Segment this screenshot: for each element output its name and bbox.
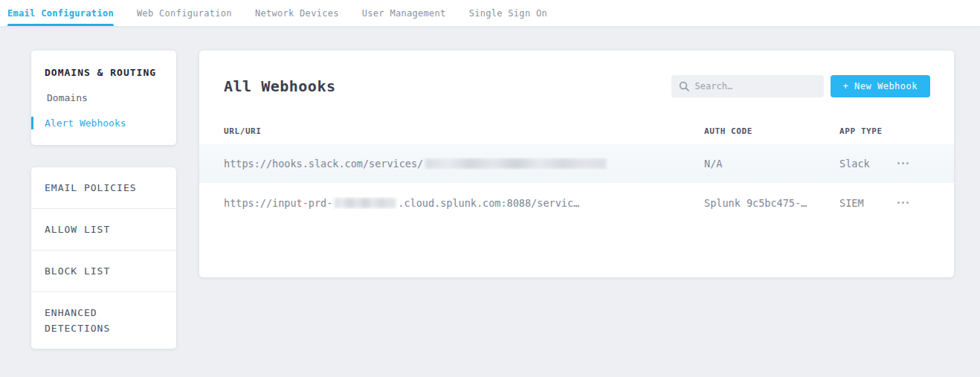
app-type-cell: SIEM [839, 197, 897, 209]
header-actions: + New Webhook [671, 75, 930, 97]
column-header-app-type: APP TYPE [839, 126, 897, 136]
tab-email-configuration[interactable]: Email Configuration [7, 0, 114, 26]
domains-routing-card: DOMAINS & ROUTING Domains Alert Webhooks [31, 51, 176, 145]
row-actions-menu-icon[interactable] [897, 158, 915, 169]
search-input[interactable] [695, 81, 816, 91]
auth-code-cell: Splunk 9c5bc475-… [704, 197, 839, 209]
sidebar-item-block-list[interactable]: BLOCK LIST [31, 251, 176, 292]
sidebar-item-email-policies[interactable]: EMAIL POLICIES [31, 167, 176, 209]
webhooks-panel-header: All Webhooks + New Webhook [199, 51, 954, 119]
auth-code-cell: N/A [704, 158, 839, 170]
table-row: https://hooks.slack.com/services/ N/A Sl… [199, 144, 954, 183]
table-header-row: URL/URI AUTH CODE APP TYPE [199, 119, 954, 144]
page-title: All Webhooks [224, 77, 336, 95]
table-row: https://input-prd- .cloud.splunk.com:808… [199, 183, 954, 222]
sidebar-item-allow-list[interactable]: ALLOW LIST [31, 209, 176, 251]
search-icon [679, 81, 689, 91]
webhook-url-suffix: .cloud.splunk.com:8088/servic… [398, 197, 579, 209]
sidebar-item-alert-webhooks[interactable]: Alert Webhooks [31, 117, 176, 129]
app-type-cell: Slack [839, 158, 897, 170]
webhook-url-cell: https://input-prd- .cloud.splunk.com:808… [224, 197, 704, 209]
tab-single-sign-on[interactable]: Single Sign On [469, 0, 547, 26]
sidebar: DOMAINS & ROUTING Domains Alert Webhooks… [31, 51, 176, 349]
sidebar-sections-card: EMAIL POLICIES ALLOW LIST BLOCK LIST ENH… [31, 167, 176, 349]
column-header-url: URL/URI [224, 126, 704, 136]
sidebar-item-domains[interactable]: Domains [31, 91, 176, 104]
page-content: DOMAINS & ROUTING Domains Alert Webhooks… [0, 27, 980, 349]
webhook-url-prefix: https://input-prd- [224, 197, 332, 209]
webhooks-panel: All Webhooks + New Webhook URL/URI AUTH … [199, 51, 954, 277]
search-box [671, 75, 824, 97]
top-navigation: Email Configuration Web Configuration Ne… [0, 0, 980, 27]
tab-network-devices[interactable]: Network Devices [255, 0, 339, 26]
column-header-auth-code: AUTH CODE [704, 126, 839, 136]
row-actions-menu-icon[interactable] [897, 197, 915, 208]
sidebar-item-enhanced-detections[interactable]: ENHANCED DETECTIONS [31, 292, 176, 349]
redacted-url-segment [425, 158, 606, 169]
domains-routing-heading: DOMAINS & ROUTING [31, 67, 176, 79]
redacted-url-segment [335, 198, 396, 208]
webhook-url-prefix: https://hooks.slack.com/services/ [224, 158, 423, 170]
tab-user-management[interactable]: User Management [362, 0, 446, 26]
tab-web-configuration[interactable]: Web Configuration [137, 0, 232, 26]
new-webhook-button[interactable]: + New Webhook [831, 75, 930, 97]
webhook-url-cell: https://hooks.slack.com/services/ [224, 158, 704, 170]
